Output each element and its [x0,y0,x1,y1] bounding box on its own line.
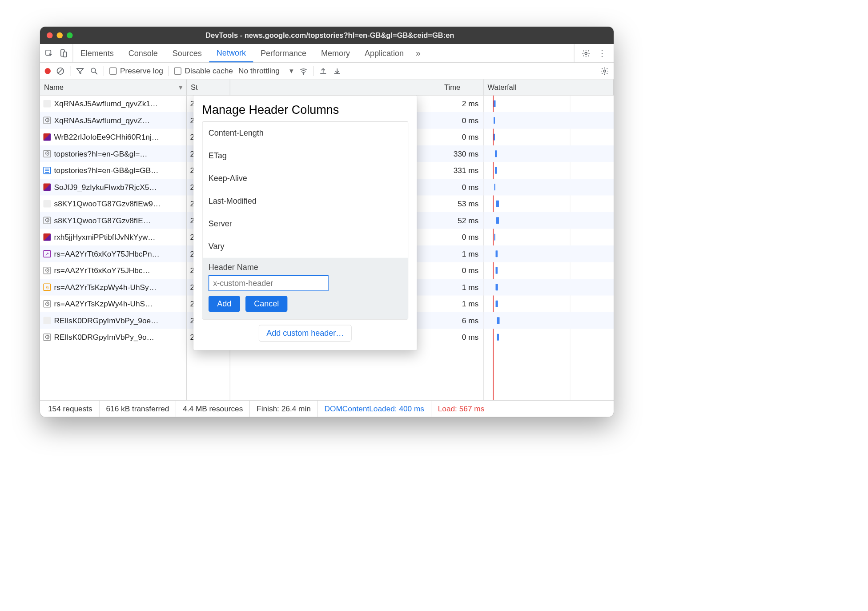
header-name-input[interactable] [209,275,329,291]
request-row[interactable]: REIlsK0DRGpyImVbPy_9oe… [40,312,186,329]
status-resources: 4.4 MB resources [176,401,250,417]
gear-icon: ⚙ [44,334,51,341]
tab-memory[interactable]: Memory [313,44,357,62]
waterfall-bar [496,284,498,290]
gear-icon: ⚙ [44,300,51,308]
download-icon[interactable] [333,67,342,76]
request-name: topstories?hl=en-GB&gl=GB… [54,166,159,175]
upload-icon[interactable] [319,67,328,76]
request-row[interactable]: ⚙rs=AA2YrTt6xKoY75JHbc… [40,262,186,279]
tab-sources[interactable]: Sources [165,44,209,62]
column-headers: Name ▾ St Time Waterfall [40,80,614,96]
tab-performance[interactable]: Performance [253,44,313,62]
request-row[interactable]: WrB22rIJoIoEe9CHhi60R1nj… [40,129,186,146]
sort-icon: ▾ [179,83,182,92]
tab-console[interactable]: Console [121,44,165,62]
request-time: 331 ms [440,162,483,179]
status-transferred: 616 kB transferred [99,401,176,417]
header-item[interactable]: Vary [202,235,408,258]
request-row[interactable]: ⚙s8KY1QwooTG87Gzv8fIE… [40,212,186,229]
request-name: XqRNAsJ5AwfIumd_qyvZ… [54,116,150,125]
preserve-log-checkbox[interactable]: Preserve log [109,66,163,75]
request-time: 6 ms [440,312,483,329]
disable-cache-checkbox[interactable]: Disable cache [174,66,233,75]
requests-body: XqRNAsJ5AwfIumd_qyvZk1…⚙XqRNAsJ5AwfIumd_… [40,96,614,401]
settings-gear-icon[interactable] [600,67,609,76]
waterfall-row [484,162,614,179]
waterfall-bar [496,217,499,224]
request-name: REIlsK0DRGpyImVbPy_9o… [54,333,154,342]
cancel-button[interactable]: Cancel [245,296,288,312]
panel-tabs: Elements Console Sources Network Perform… [40,44,614,63]
header-item[interactable]: Keep-Alive [202,167,408,190]
image-icon [44,233,51,241]
waterfall-bar [496,250,498,257]
col-header-time[interactable]: Time [440,80,484,95]
request-row[interactable]: ⚙rs=AA2YrTsKzpWy4h-UhS… [40,296,186,313]
svg-rect-2 [63,52,66,56]
gear-icon[interactable] [582,49,591,58]
tab-network[interactable]: Network [209,44,253,62]
add-button[interactable]: Add [209,296,240,312]
request-row[interactable]: ⚙XqRNAsJ5AwfIumd_qyvZ… [40,112,186,129]
waterfall-row [484,229,614,246]
preserve-log-label: Preserve log [120,66,163,75]
tab-elements[interactable]: Elements [73,44,121,62]
request-row[interactable]: s8KY1QwooTG87Gzv8fIEw9… [40,196,186,213]
waterfall-bar [494,134,495,141]
waterfall-bar [494,100,496,107]
request-row[interactable]: ⚙REIlsK0DRGpyImVbPy_9o… [40,329,186,346]
file-icon [44,317,51,325]
col-header-status[interactable]: St [187,80,230,95]
header-item[interactable]: ETag [202,145,408,167]
waterfall-bar [497,317,500,324]
clear-icon[interactable] [56,67,65,76]
tab-application[interactable]: Application [357,44,411,62]
kebab-icon[interactable]: ⋮ [598,48,607,58]
inspect-icon[interactable] [45,49,54,58]
status-requests: 154 requests [41,401,99,417]
request-row[interactable]: topstories?hl=en-GB&gl=GB… [40,162,186,179]
record-button[interactable] [45,68,51,74]
image-icon [44,133,51,141]
waterfall-row [484,129,614,146]
filter-icon[interactable] [76,67,84,76]
search-icon[interactable] [90,67,99,76]
close-icon[interactable] [47,32,53,39]
file-icon [44,100,51,108]
header-item[interactable]: Server [202,213,408,235]
waterfall-row [484,112,614,129]
col-header-name[interactable]: Name ▾ [40,80,187,95]
add-custom-header-button[interactable]: Add custom header… [259,325,352,342]
request-name: rs=AA2YrTt6xKoY75JHbcPn… [54,249,160,258]
svg-point-9 [603,70,606,72]
waterfall-row [484,212,614,229]
gear-icon: ⚙ [44,217,51,225]
header-item[interactable]: Content-Length [202,122,408,145]
request-time: 1 ms [440,296,483,313]
request-row[interactable]: ↗rs=AA2YrTt6xKoY75JHbcPn… [40,245,186,262]
header-list: Content-Length ETag Keep-Alive Last-Modi… [202,121,409,320]
minimize-icon[interactable] [57,32,63,39]
wifi-icon[interactable] [299,67,308,76]
dialog-title: Manage Header Columns [202,103,409,117]
more-tabs-icon[interactable]: » [411,44,426,62]
header-item[interactable]: Last-Modified [202,190,408,213]
waterfall-row [484,329,614,346]
request-row[interactable]: rxh5jjHyxmiPPtibfIJvNkYyw… [40,229,186,246]
request-row[interactable]: ⚙topstories?hl=en-GB&gl=… [40,145,186,162]
col-header-waterfall[interactable]: Waterfall [484,80,614,95]
svg-line-5 [58,68,63,73]
request-row[interactable]: SoJfJ9_9zIykuFIwxb7RjcX5… [40,179,186,196]
zoom-icon[interactable] [67,32,73,39]
throttling-select[interactable]: No throttling▾ [238,66,294,75]
waterfall-bar [496,201,499,207]
request-time: 0 ms [440,329,483,346]
svg-point-3 [585,52,587,54]
device-icon[interactable] [60,49,68,58]
request-name: WrB22rIJoIoEe9CHhi60R1nj… [54,133,160,141]
request-row[interactable]: ⎋rs=AA2YrTsKzpWy4h-UhSy… [40,279,186,296]
waterfall-row [484,145,614,162]
request-row[interactable]: XqRNAsJ5AwfIumd_qyvZk1… [40,96,186,113]
waterfall-bar [494,234,495,241]
